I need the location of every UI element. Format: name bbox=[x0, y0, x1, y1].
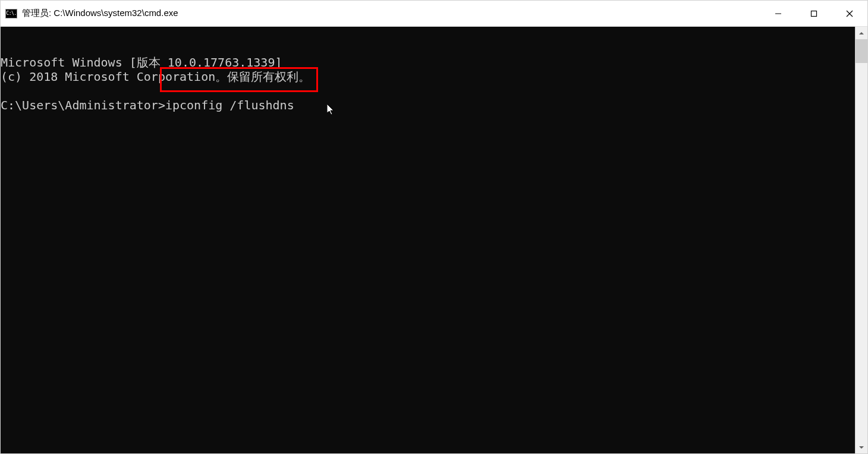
chevron-up-icon bbox=[859, 31, 864, 36]
cmd-window: C:\. 管理员: C:\Windows\system32\cmd.exe Mi… bbox=[0, 0, 868, 454]
window-title: 管理员: C:\Windows\system32\cmd.exe bbox=[22, 8, 760, 19]
scrollbar-down-button[interactable] bbox=[856, 441, 867, 453]
window-controls bbox=[760, 1, 867, 26]
close-icon bbox=[846, 10, 853, 17]
vertical-scrollbar[interactable] bbox=[855, 27, 867, 453]
terminal-prompt: C:\Users\Administrator> bbox=[1, 98, 165, 112]
cmd-icon: C:\. bbox=[5, 9, 17, 18]
minimize-button[interactable] bbox=[760, 1, 796, 26]
scrollbar-thumb[interactable] bbox=[856, 39, 867, 63]
chevron-down-icon bbox=[859, 445, 864, 450]
minimize-icon bbox=[775, 10, 782, 17]
terminal-content[interactable]: Microsoft Windows [版本 10.0.17763.1339](c… bbox=[1, 27, 855, 453]
close-button[interactable] bbox=[832, 1, 867, 26]
titlebar[interactable]: C:\. 管理员: C:\Windows\system32\cmd.exe bbox=[1, 1, 867, 27]
scrollbar-track[interactable] bbox=[856, 39, 867, 441]
svg-rect-1 bbox=[812, 11, 817, 16]
terminal-command[interactable]: ipconfig /flushdns bbox=[165, 98, 294, 112]
terminal-version-line: Microsoft Windows [版本 10.0.17763.1339] bbox=[1, 55, 855, 70]
terminal-prompt-line: C:\Users\Administrator>ipconfig /flushdn… bbox=[1, 98, 855, 112]
scrollbar-up-button[interactable] bbox=[856, 27, 867, 39]
maximize-icon bbox=[810, 10, 817, 17]
terminal-area: Microsoft Windows [版本 10.0.17763.1339](c… bbox=[1, 27, 867, 453]
terminal-copyright-line: (c) 2018 Microsoft Corporation。保留所有权利。 bbox=[1, 70, 855, 84]
maximize-button[interactable] bbox=[796, 1, 832, 26]
